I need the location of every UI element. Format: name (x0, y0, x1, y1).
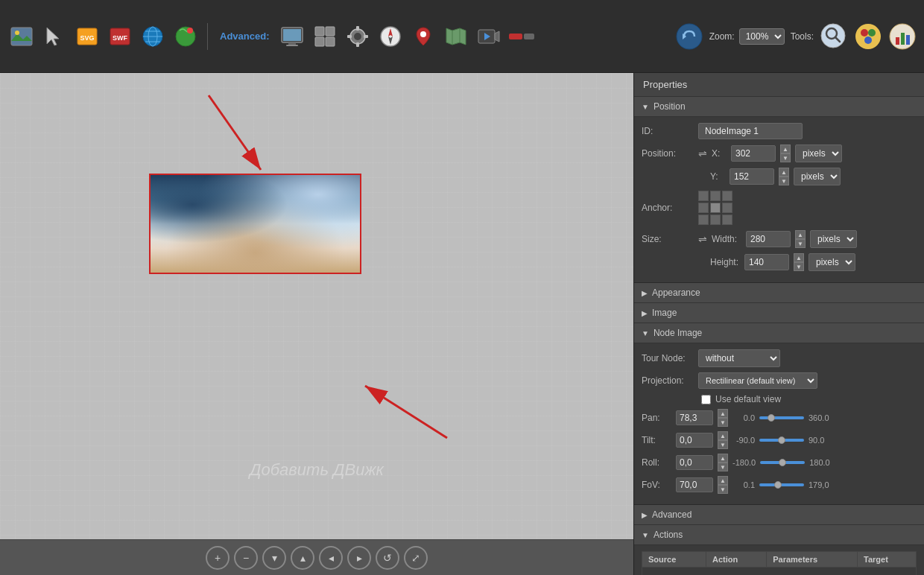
image-section-header[interactable]: ▶ Image (634, 303, 924, 323)
globe2-tool-icon[interactable] (171, 22, 200, 51)
properties-header: Properties (634, 73, 924, 97)
zoom-select[interactable]: 100% 75% 50% 150% 200% (739, 28, 785, 45)
image-tool-icon[interactable] (7, 22, 36, 51)
use-default-view-row: Use default view (642, 394, 917, 404)
anchor-br[interactable] (722, 215, 732, 225)
svg-rect-21 (315, 37, 324, 46)
anchor-bc[interactable] (710, 215, 721, 225)
x-input[interactable] (731, 145, 776, 162)
anchor-tc[interactable] (710, 191, 721, 201)
width-unit-select[interactable]: pixels % (810, 230, 857, 248)
fov-spin-down[interactable]: ▼ (718, 485, 728, 494)
anchor-tr[interactable] (722, 191, 732, 201)
svg-tool-icon[interactable]: SVG (73, 22, 101, 51)
actions-empty-cell (642, 568, 917, 576)
width-spin-up[interactable]: ▲ (795, 230, 806, 239)
anchor-mr[interactable] (722, 203, 732, 213)
color-tool-icon[interactable] (854, 22, 882, 51)
zoom-label: Zoom: (709, 31, 735, 42)
size-share-icon[interactable]: ⇌ (698, 233, 707, 245)
width-input[interactable] (746, 231, 791, 247)
video-tool-icon[interactable] (475, 22, 503, 51)
cursor-tool-icon[interactable] (40, 22, 69, 51)
projection-select[interactable]: Rectilinear (default view) (698, 372, 817, 389)
svg-rect-17 (288, 42, 296, 45)
x-spin-down[interactable]: ▼ (780, 153, 791, 162)
actions-col-target: Target (858, 552, 917, 568)
pan-spin-down[interactable]: ▼ (718, 418, 728, 427)
roll-slider[interactable] (760, 461, 805, 464)
use-default-view-label: Use default view (715, 394, 781, 404)
anchor-tl[interactable] (698, 191, 709, 201)
scroll-down-button[interactable]: ▾ (262, 546, 286, 570)
tilt-slider[interactable] (759, 439, 804, 442)
y-spin-down[interactable]: ▼ (779, 177, 789, 185)
svg-point-48 (868, 29, 876, 36)
anchor-mc[interactable] (710, 203, 721, 213)
roll-input[interactable] (676, 455, 713, 470)
svg-rect-19 (315, 27, 324, 36)
canvas-image-node[interactable] (149, 174, 361, 274)
advanced-section-header[interactable]: ▶ Advanced (634, 505, 924, 525)
tour-node-select[interactable]: without (698, 349, 780, 367)
pin-tool-icon[interactable] (409, 22, 437, 51)
fov-slider[interactable] (759, 483, 804, 486)
roll-spin-down[interactable]: ▼ (718, 463, 728, 471)
x-spin-up[interactable]: ▲ (780, 144, 791, 153)
scroll-up-button[interactable]: ▴ (291, 546, 314, 570)
undo-icon[interactable] (675, 22, 703, 51)
chart-tool-icon[interactable] (888, 22, 917, 51)
projection-row: Projection: Rectilinear (default view) (642, 372, 917, 389)
use-default-view-checkbox[interactable] (701, 395, 711, 404)
x-unit-select[interactable]: pixels % (795, 144, 842, 162)
magnify-tool-icon[interactable] (820, 22, 848, 51)
monitor-tool-icon[interactable] (278, 22, 306, 51)
globe-tool-icon[interactable] (139, 22, 167, 51)
anchor-bl[interactable] (698, 215, 709, 225)
compass-tool-icon[interactable] (376, 22, 405, 51)
height-unit-select[interactable]: pixels % (808, 253, 855, 271)
scroll-left-button[interactable]: ◂ (319, 546, 343, 570)
zoom-in-button[interactable]: + (206, 546, 230, 570)
svg-marker-33 (446, 28, 466, 45)
canvas-area[interactable]: Добавить ДВижк + − ▾ ▴ ◂ ▸ (0, 73, 633, 575)
swf-tool-icon[interactable]: SWF (106, 22, 134, 51)
anchor-ml[interactable] (698, 203, 709, 213)
svg-rect-25 (356, 26, 359, 31)
fov-row: FoV: ▲ ▼ 0.1 179,0 (642, 476, 917, 494)
scroll-right-button[interactable]: ▸ (347, 546, 371, 570)
pan-input[interactable] (676, 410, 713, 425)
bar-tool-icon[interactable] (507, 22, 536, 51)
node-image-arrow-icon: ▼ (642, 329, 649, 337)
y-spinner: ▲ ▼ (779, 168, 789, 185)
rotate-button[interactable]: ↺ (376, 546, 399, 570)
tilt-input[interactable] (676, 433, 713, 448)
zoom-out-button[interactable]: − (234, 546, 258, 570)
svg-point-43 (821, 24, 845, 48)
height-spin-down[interactable]: ▼ (794, 262, 804, 271)
fov-input[interactable] (676, 477, 713, 492)
height-input[interactable] (744, 254, 789, 270)
actions-section-header[interactable]: ▼ Actions (634, 525, 924, 545)
pan-slider[interactable] (759, 416, 804, 419)
position-section-header[interactable]: ▼ Position (634, 97, 924, 117)
y-input[interactable] (730, 168, 774, 185)
height-spin-up[interactable]: ▲ (794, 253, 804, 262)
node-image-section-header[interactable]: ▼ Node Image (634, 323, 924, 343)
roll-spin-up[interactable]: ▲ (718, 454, 728, 463)
tilt-spin-up[interactable]: ▲ (718, 431, 728, 440)
y-spin-up[interactable]: ▲ (779, 168, 789, 177)
settings-tool-icon[interactable] (344, 22, 372, 51)
position-share-icon[interactable]: ⇌ (698, 147, 707, 159)
tilt-spin-down[interactable]: ▼ (718, 440, 728, 449)
appearance-section-header[interactable]: ▶ Appearance (634, 283, 924, 303)
y-unit-select[interactable]: pixels % (794, 168, 841, 185)
width-spin-down[interactable]: ▼ (795, 239, 806, 248)
grid-tool-icon[interactable] (311, 22, 339, 51)
map-tool-icon[interactable] (442, 22, 470, 51)
x-label: X: (712, 148, 727, 159)
fit-button[interactable]: ⤢ (404, 546, 428, 570)
fov-spin-up[interactable]: ▲ (718, 476, 728, 485)
pan-spin-up[interactable]: ▲ (718, 409, 728, 418)
svg-rect-52 (901, 33, 905, 45)
